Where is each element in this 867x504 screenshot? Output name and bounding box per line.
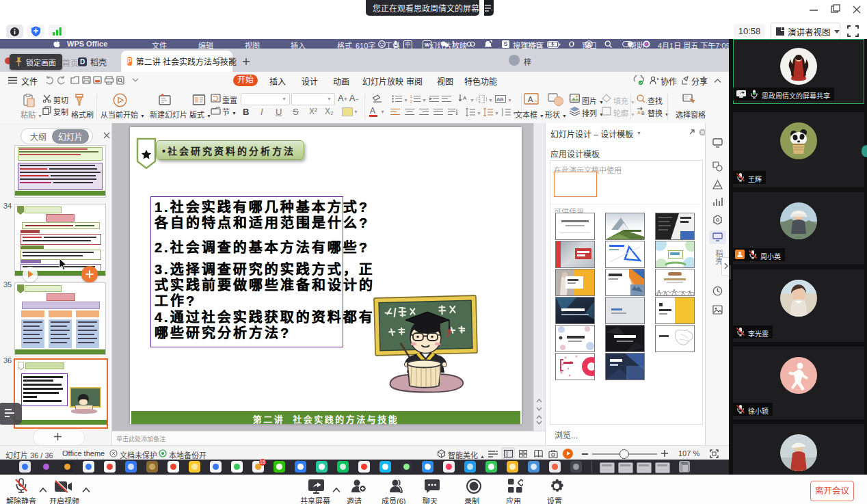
svg-text:B: B — [641, 111, 645, 115]
svg-text:AB: AB — [496, 96, 504, 103]
svg-text:1: 1 — [410, 95, 412, 98]
svg-text:2: 2 — [410, 99, 412, 103]
svg-text:A: A — [637, 110, 641, 115]
svg-text:A: A — [463, 95, 467, 101]
svg-text:A: A — [528, 95, 533, 103]
